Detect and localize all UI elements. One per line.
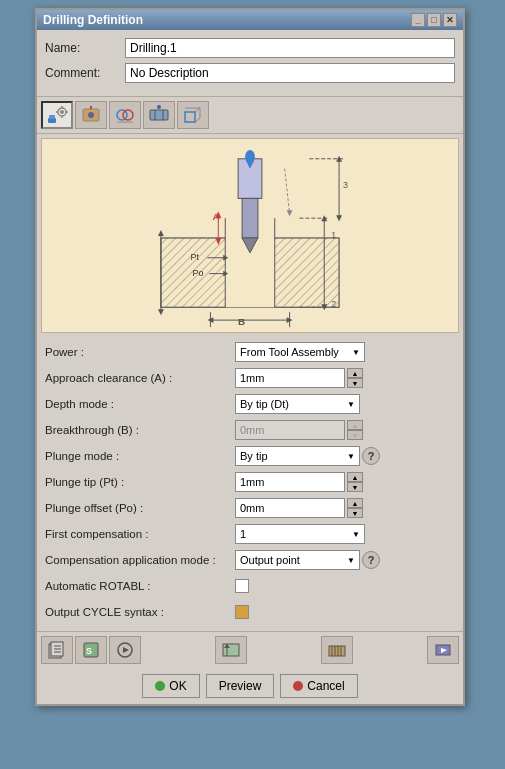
- svg-marker-59: [336, 215, 342, 221]
- plunge-offset-down-btn[interactable]: ▼: [347, 508, 363, 518]
- first-comp-row: First compensation : 1 ▼: [45, 523, 455, 545]
- preview-button[interactable]: Preview: [206, 674, 275, 698]
- approach-control: ▲ ▼: [235, 368, 455, 388]
- toolbar-icon-2: [80, 104, 102, 126]
- toolbar-btn-4[interactable]: [143, 101, 175, 129]
- comp-mode-control: Output point ▼ ?: [235, 550, 455, 570]
- bottom-icon-1: [47, 640, 67, 660]
- bottom-icon-5: [327, 640, 347, 660]
- bottom-btn-5[interactable]: [321, 636, 353, 664]
- bottom-btn-2[interactable]: S: [75, 636, 107, 664]
- power-control: From Tool Assembly ▼: [235, 342, 455, 362]
- svg-text:B: B: [238, 316, 245, 327]
- comp-mode-dropdown[interactable]: Output point ▼: [235, 550, 360, 570]
- bottom-btn-3[interactable]: [109, 636, 141, 664]
- action-buttons-area: OK Preview Cancel: [37, 668, 463, 704]
- bottom-icon-2: S: [81, 640, 101, 660]
- plunge-tip-row: Plunge tip (Pt) : ▲ ▼: [45, 471, 455, 493]
- depth-mode-arrow: ▼: [347, 400, 355, 409]
- comp-mode-row: Compensation application mode : Output p…: [45, 549, 455, 571]
- svg-point-9: [88, 112, 94, 118]
- bottom-icon-4: [221, 640, 241, 660]
- auto-rotabl-label: Automatic ROTABL :: [45, 580, 235, 592]
- drilling-dialog: Drilling Definition _ □ ✕ Name: Comment:: [35, 8, 465, 706]
- cancel-button[interactable]: Cancel: [280, 674, 357, 698]
- approach-label: Approach clearance (A) :: [45, 372, 235, 384]
- plunge-mode-row: Plunge mode : By tip ▼ ?: [45, 445, 455, 467]
- toolbar-btn-1[interactable]: [41, 101, 73, 129]
- power-dropdown[interactable]: From Tool Assembly ▼: [235, 342, 365, 362]
- plunge-mode-arrow: ▼: [347, 452, 355, 461]
- toolbar-btn-5[interactable]: [177, 101, 209, 129]
- output-cycle-label: Output CYCLE syntax :: [45, 606, 235, 618]
- power-row: Power : From Tool Assembly ▼: [45, 341, 455, 363]
- comment-input[interactable]: [125, 63, 455, 83]
- first-comp-value: 1: [240, 528, 246, 540]
- plunge-tip-label: Plunge tip (Pt) :: [45, 476, 235, 488]
- toolbar-btn-2[interactable]: [75, 101, 107, 129]
- plunge-tip-up-btn[interactable]: ▲: [347, 472, 363, 482]
- plunge-offset-input[interactable]: [235, 498, 345, 518]
- bottom-btn-1[interactable]: [41, 636, 73, 664]
- breakthrough-input: [235, 420, 345, 440]
- breakthrough-control: ▲ ▼: [235, 420, 455, 440]
- breakthrough-down-btn: ▼: [347, 430, 363, 440]
- plunge-tip-spinner: ▲ ▼: [347, 472, 363, 492]
- plunge-tip-down-btn[interactable]: ▼: [347, 482, 363, 492]
- output-cycle-checkbox[interactable]: [235, 605, 249, 619]
- plunge-mode-label: Plunge mode :: [45, 450, 235, 462]
- drilling-diagram: A Pt Po B: [42, 139, 458, 332]
- plunge-offset-control: ▲ ▼: [235, 498, 455, 518]
- minimize-button[interactable]: _: [411, 13, 425, 27]
- bottom-toolbar: S: [37, 631, 463, 668]
- svg-marker-64: [158, 230, 164, 236]
- svg-line-20: [195, 108, 200, 112]
- svg-rect-78: [329, 646, 345, 656]
- power-label: Power :: [45, 346, 235, 358]
- depth-mode-control: By tip (Dt) ▼: [235, 394, 455, 414]
- name-label: Name:: [45, 41, 125, 55]
- plunge-mode-dropdown[interactable]: By tip ▼: [235, 446, 360, 466]
- breakthrough-label: Breakthrough (B) :: [45, 424, 235, 436]
- auto-rotabl-control: [235, 579, 455, 593]
- approach-row: Approach clearance (A) : ▲ ▼: [45, 367, 455, 389]
- comp-mode-help-btn[interactable]: ?: [362, 551, 380, 569]
- bottom-btn-6[interactable]: [427, 636, 459, 664]
- depth-mode-dropdown[interactable]: By tip (Dt) ▼: [235, 394, 360, 414]
- approach-up-btn[interactable]: ▲: [347, 368, 363, 378]
- svg-marker-62: [287, 210, 293, 216]
- ok-button[interactable]: OK: [142, 674, 199, 698]
- close-button[interactable]: ✕: [443, 13, 457, 27]
- auto-rotabl-checkbox[interactable]: [235, 579, 249, 593]
- name-input[interactable]: [125, 38, 455, 58]
- bottom-icon-3: [115, 640, 135, 660]
- comp-mode-value: Output point: [240, 554, 300, 566]
- svg-text:Po: Po: [193, 268, 204, 278]
- plunge-tip-input[interactable]: [235, 472, 345, 492]
- svg-rect-18: [185, 112, 195, 122]
- toolbar-btn-3[interactable]: [109, 101, 141, 129]
- depth-mode-row: Depth mode : By tip (Dt) ▼: [45, 393, 455, 415]
- svg-point-3: [60, 110, 64, 114]
- name-row: Name:: [45, 38, 455, 58]
- svg-text:2: 2: [331, 299, 336, 309]
- maximize-button[interactable]: □: [427, 13, 441, 27]
- plunge-mode-control: By tip ▼ ?: [235, 446, 455, 466]
- auto-rotabl-row: Automatic ROTABL :: [45, 575, 455, 597]
- comment-label: Comment:: [45, 66, 125, 80]
- main-toolbar: [37, 96, 463, 134]
- cancel-icon: [293, 681, 303, 691]
- preview-label: Preview: [219, 679, 262, 693]
- approach-input[interactable]: [235, 368, 345, 388]
- approach-down-btn[interactable]: ▼: [347, 378, 363, 388]
- dialog-content: Name: Comment:: [37, 30, 463, 96]
- plunge-offset-up-btn[interactable]: ▲: [347, 498, 363, 508]
- svg-line-61: [285, 169, 290, 214]
- depth-mode-label: Depth mode :: [45, 398, 235, 410]
- power-dropdown-arrow: ▼: [352, 348, 360, 357]
- bottom-btn-4[interactable]: [215, 636, 247, 664]
- first-comp-dropdown[interactable]: 1 ▼: [235, 524, 365, 544]
- plunge-mode-help-btn[interactable]: ?: [362, 447, 380, 465]
- cancel-label: Cancel: [307, 679, 344, 693]
- svg-rect-75: [223, 644, 239, 656]
